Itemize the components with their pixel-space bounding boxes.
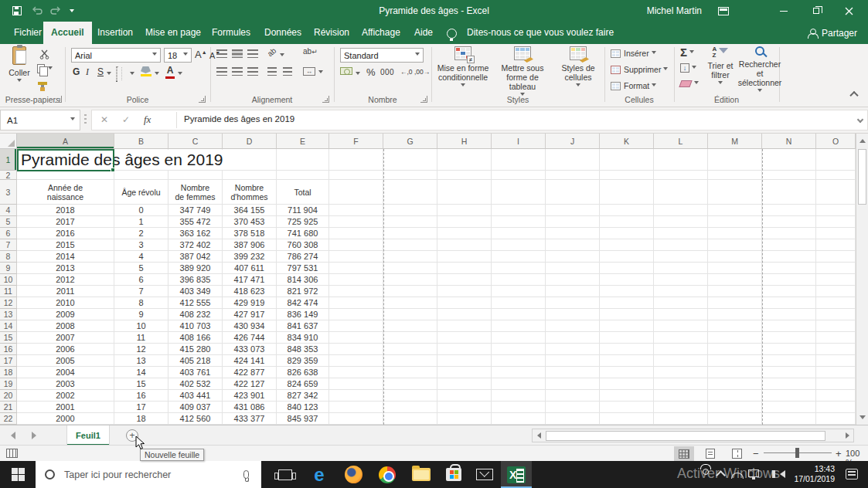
cell-J3[interactable] (546, 180, 600, 205)
view-page-break-button[interactable] (727, 446, 747, 461)
cell-J20[interactable] (546, 390, 600, 402)
increase-decimal-button[interactable]: ←,0 (400, 68, 413, 76)
cell-B8[interactable]: 4 (114, 251, 168, 263)
cell-C12[interactable]: 412 555 (168, 297, 223, 309)
cell-E1[interactable] (277, 149, 329, 171)
cell-N8[interactable] (762, 251, 816, 263)
row-header-12[interactable]: 12 (0, 297, 17, 309)
cell-I8[interactable] (492, 251, 546, 263)
column-header-L[interactable]: L (654, 134, 708, 149)
bold-button[interactable]: G (73, 66, 80, 77)
cell-G21[interactable] (383, 402, 437, 413)
cell-A22[interactable]: 2000 (17, 413, 114, 425)
cell-J15[interactable] (546, 332, 600, 344)
cell-M7[interactable] (708, 239, 762, 251)
cell-C4[interactable]: 347 749 (168, 205, 223, 216)
cell-M8[interactable] (708, 251, 762, 263)
column-header-D[interactable]: D (223, 134, 277, 149)
cell-E4[interactable]: 711 904 (277, 205, 329, 216)
cell-J5[interactable] (546, 216, 600, 228)
cell-F22[interactable] (329, 413, 383, 425)
cell-G13[interactable] (383, 309, 437, 320)
cell-E22[interactable]: 845 937 (277, 413, 329, 425)
cell-N2[interactable] (762, 171, 816, 180)
fill-color-button[interactable] (141, 66, 151, 76)
cell-G20[interactable] (383, 390, 437, 402)
taskbar-search-box[interactable]: Taper ici pour rechercher (36, 461, 261, 488)
cell-I18[interactable] (492, 367, 546, 378)
cell-J7[interactable] (546, 239, 600, 251)
share-button[interactable]: Partager (808, 22, 857, 44)
cell-E10[interactable]: 814 306 (277, 274, 329, 286)
cell-F20[interactable] (329, 390, 383, 402)
cell-J11[interactable] (546, 286, 600, 297)
cell-J10[interactable] (546, 274, 600, 286)
ribbon-display-options-button[interactable] (710, 0, 737, 22)
cell-L19[interactable] (654, 378, 708, 390)
scroll-up-button[interactable] (856, 134, 868, 147)
row-header-6[interactable]: 6 (0, 228, 17, 239)
row-header-22[interactable]: 22 (0, 413, 17, 425)
number-format-combo[interactable]: Standard (340, 48, 424, 63)
cell-D11[interactable]: 418 623 (223, 286, 277, 297)
cell-E7[interactable]: 760 308 (277, 239, 329, 251)
cell-D22[interactable]: 433 377 (223, 413, 277, 425)
cell-H16[interactable] (437, 344, 492, 355)
cell-E17[interactable]: 829 359 (277, 355, 329, 367)
redo-button[interactable] (48, 4, 63, 18)
cell-N6[interactable] (762, 228, 816, 239)
cell-L4[interactable] (654, 205, 708, 216)
cell-C22[interactable]: 412 560 (168, 413, 223, 425)
clipboard-dialog-launcher[interactable] (55, 96, 62, 103)
cell-F7[interactable] (329, 239, 383, 251)
cell-M17[interactable] (708, 355, 762, 367)
cell-D21[interactable]: 431 086 (223, 402, 277, 413)
cell-J9[interactable] (546, 263, 600, 274)
cell-I7[interactable] (492, 239, 546, 251)
cell-B14[interactable]: 10 (114, 320, 168, 332)
cell-B9[interactable]: 5 (114, 263, 168, 274)
cell-styles-button[interactable]: Styles de cellules (553, 46, 603, 89)
cell-K4[interactable] (600, 205, 654, 216)
cell-I21[interactable] (492, 402, 546, 413)
restore-button[interactable] (803, 0, 829, 22)
cell-E13[interactable]: 836 149 (277, 309, 329, 320)
formula-bar-drag-dots[interactable] (84, 114, 87, 126)
align-top-icon[interactable] (216, 49, 227, 58)
font-name-combo[interactable]: Arial (71, 48, 161, 63)
cell-A2[interactable] (17, 171, 114, 180)
tab-affichage[interactable]: Affichage (354, 22, 408, 44)
conditional-formatting-button[interactable]: ≠ Mise en forme conditionnelle (434, 46, 492, 89)
row-header-21[interactable]: 21 (0, 402, 17, 413)
cell-B11[interactable]: 7 (114, 286, 168, 297)
cell-O18[interactable] (816, 367, 856, 378)
cell-J8[interactable] (546, 251, 600, 263)
cell-H15[interactable] (437, 332, 492, 344)
fill-handle[interactable] (111, 168, 115, 172)
cell-C21[interactable]: 409 037 (168, 402, 223, 413)
cell-N1[interactable] (762, 149, 816, 171)
cell-A12[interactable]: 2010 (17, 297, 114, 309)
cell-O8[interactable] (816, 251, 856, 263)
column-header-M[interactable]: M (708, 134, 762, 149)
cell-K19[interactable] (600, 378, 654, 390)
undo-button[interactable] (29, 4, 45, 18)
cell-F11[interactable] (329, 286, 383, 297)
cell-E20[interactable]: 827 342 (277, 390, 329, 402)
cell-C15[interactable]: 408 166 (168, 332, 223, 344)
vertical-scrollbar[interactable] (856, 134, 868, 425)
cell-L8[interactable] (654, 251, 708, 263)
cell-C10[interactable]: 396 835 (168, 274, 223, 286)
column-header-F[interactable]: F (329, 134, 383, 149)
cell-D7[interactable]: 387 906 (223, 239, 277, 251)
autosum-button[interactable]: Σ (680, 47, 694, 58)
cell-M13[interactable] (708, 309, 762, 320)
cell-O22[interactable] (816, 413, 856, 425)
zoom-slider-thumb[interactable] (795, 448, 799, 458)
cell-E21[interactable]: 840 123 (277, 402, 329, 413)
cell-D12[interactable]: 429 919 (223, 297, 277, 309)
cell-C3[interactable]: Nombre de femmes (168, 180, 223, 205)
action-center-button[interactable] (846, 469, 858, 480)
cell-B3[interactable]: Âge révolu (114, 180, 168, 205)
cell-C18[interactable]: 403 761 (168, 367, 223, 378)
